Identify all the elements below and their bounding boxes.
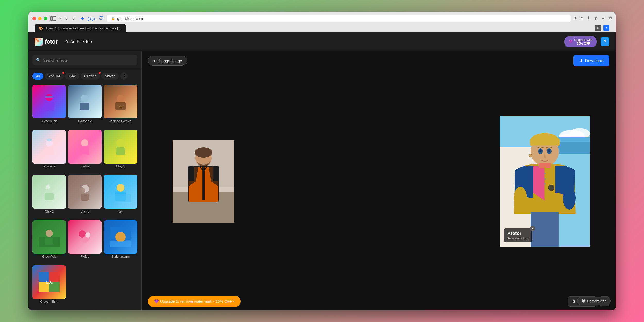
effect-label-crayon: Crayon Shin-	[40, 299, 59, 304]
filter-tab-popular[interactable]: Popular	[45, 73, 64, 80]
svg-rect-0	[36, 39, 37, 40]
app-header: fotor AI Art Effects ▾ 💜 Upgrade with 20…	[28, 32, 616, 51]
svg-point-79	[544, 183, 546, 185]
effect-label-barbie: Barbie	[80, 164, 90, 169]
effect-item-ken[interactable]: Ken	[104, 175, 137, 218]
original-image-svg	[173, 140, 234, 223]
svg-point-70	[539, 149, 542, 152]
effect-item-greenfield[interactable]: Greenfield	[32, 220, 66, 263]
browser-nav-icons: ⇄ ↻ ⬇ ⬆ ＋ ⧉	[573, 16, 612, 21]
remove-ads-heart-icon: 🤍	[581, 299, 586, 303]
effect-item-clay2[interactable]: Clay 2	[32, 175, 66, 218]
svg-point-21	[81, 139, 88, 147]
watermark-sub: Generated with AI	[507, 237, 529, 240]
effect-label-cartoon2: Cartoon 2	[78, 118, 92, 124]
refresh-icon[interactable]: ↻	[580, 16, 583, 21]
effect-label-princess: Princess	[43, 164, 56, 169]
svg-point-28	[79, 187, 85, 193]
effect-item-vintage-comics[interactable]: POP Vintage Comics	[104, 85, 137, 128]
svg-point-39	[85, 232, 90, 238]
effect-item-early-autumn[interactable]: Early autumn	[104, 220, 137, 263]
effect-label-fields: Fields	[80, 254, 89, 259]
compare-icon: ⧉	[573, 299, 575, 304]
svg-point-42	[115, 232, 126, 242]
traffic-lights	[32, 17, 47, 20]
svg-rect-1	[37, 39, 39, 40]
shield-icon[interactable]: 🛡	[99, 15, 104, 21]
filter-tab-cartoon[interactable]: Cartoon	[81, 73, 100, 80]
effect-label-cyberpunk: Cyberpunk	[41, 118, 57, 124]
download-button[interactable]: ⬇ Download	[573, 55, 609, 66]
effect-thumb-clay2	[32, 175, 66, 208]
effect-label-early-autumn: Early autumn	[111, 254, 130, 259]
upgrade-watermark-label: 💜 Upgrade to remove watermark <20% OFF>	[154, 299, 234, 304]
effect-thumb-clay1	[104, 130, 137, 163]
effect-item-crayon[interactable]: しん Crayon Shin-	[32, 265, 66, 308]
filter-tab-new[interactable]: New	[65, 73, 79, 80]
svg-rect-4	[36, 40, 37, 42]
effect-item-barbie[interactable]: Barbie	[68, 130, 101, 173]
svg-point-35	[46, 230, 53, 237]
svg-point-22	[116, 139, 125, 147]
back-button[interactable]: ‹	[64, 15, 69, 22]
forward-button[interactable]: ›	[72, 15, 76, 22]
upgrade-watermark-button[interactable]: 💜 Upgrade to remove watermark <20% OFF>	[148, 296, 241, 307]
bookmark-icon[interactable]: ✦	[80, 15, 85, 22]
dev-tools-icon[interactable]: ▷▷	[88, 15, 96, 22]
effect-item-cartoon2[interactable]: Cartoon 2	[68, 85, 101, 128]
fullscreen-traffic-light[interactable]	[44, 17, 47, 20]
effect-item-clay3[interactable]: Clay 3	[68, 175, 101, 218]
svg-text:しん: しん	[46, 280, 53, 284]
search-input[interactable]	[43, 58, 134, 62]
download-manager-icon[interactable]: ⬇	[587, 16, 590, 21]
effects-grid: Cyberpunk	[28, 83, 141, 310]
svg-rect-36	[45, 238, 53, 245]
svg-rect-29	[81, 194, 89, 201]
remove-ads-button[interactable]: 🤍 Remove Ads	[577, 297, 611, 305]
svg-rect-11	[45, 96, 53, 98]
svg-rect-5	[37, 40, 39, 42]
extension-v-icon[interactable]: ✦	[603, 25, 609, 31]
active-tab[interactable]: 🎨 Upload Your Images to Transform Them i…	[35, 24, 126, 32]
help-label: ?	[604, 39, 606, 44]
address-bar[interactable]: 🔒 goart.fotor.com	[107, 15, 571, 22]
effect-thumb-ken	[104, 175, 137, 208]
svg-point-20	[47, 138, 52, 141]
effect-thumb-crayon: しん	[32, 265, 66, 299]
help-button[interactable]: ?	[601, 37, 609, 46]
svg-point-75	[549, 186, 553, 190]
sidebar-toggle-icon[interactable]	[50, 16, 56, 21]
change-image-label: + Change Image	[153, 58, 182, 63]
effect-item-cyberpunk[interactable]: Cyberpunk	[32, 85, 66, 128]
effect-thumb-greenfield	[32, 220, 66, 254]
filter-tabs-arrow[interactable]: ›	[120, 72, 128, 80]
filter-tab-all[interactable]: All	[32, 73, 43, 80]
change-image-button[interactable]: + Change Image	[148, 56, 187, 66]
translate-icon[interactable]: ⇄	[573, 16, 577, 21]
canvas-area: + Change Image ⬇ Download	[142, 51, 616, 310]
effect-item-fields[interactable]: Fields	[68, 220, 101, 263]
svg-point-77	[544, 173, 546, 174]
logo-text: fotor	[45, 38, 58, 45]
svg-rect-23	[116, 147, 125, 155]
upgrade-button[interactable]: 💜 Upgrade with 20% OFF	[564, 36, 597, 47]
effect-item-princess[interactable]: Princess	[32, 130, 66, 173]
svg-point-53	[195, 147, 212, 158]
effect-thumb-princess	[32, 130, 66, 163]
svg-rect-58	[213, 166, 219, 181]
app-wrapper: fotor AI Art Effects ▾ 💜 Upgrade with 20…	[28, 32, 616, 310]
upgrade-heart-icon: 💜	[569, 40, 573, 44]
filter-tab-sketch[interactable]: Sketch	[101, 73, 119, 80]
close-traffic-light[interactable]	[32, 17, 36, 20]
sidebar: 🔍 All Popular New	[28, 51, 142, 310]
extension-c-icon[interactable]: C	[595, 25, 601, 31]
effect-item-clay1[interactable]: Clay 1	[104, 130, 137, 173]
new-tab-icon[interactable]: ＋	[601, 16, 605, 21]
ai-effects-button[interactable]: AI Art Effects ▾	[63, 38, 95, 46]
header-right: 💜 Upgrade with 20% OFF ?	[564, 36, 609, 47]
share-icon[interactable]: ⬆	[594, 16, 597, 21]
minimize-traffic-light[interactable]	[38, 17, 42, 20]
svg-point-16	[117, 95, 124, 102]
svg-rect-14	[80, 103, 89, 110]
tabs-icon[interactable]: ⧉	[609, 16, 612, 21]
